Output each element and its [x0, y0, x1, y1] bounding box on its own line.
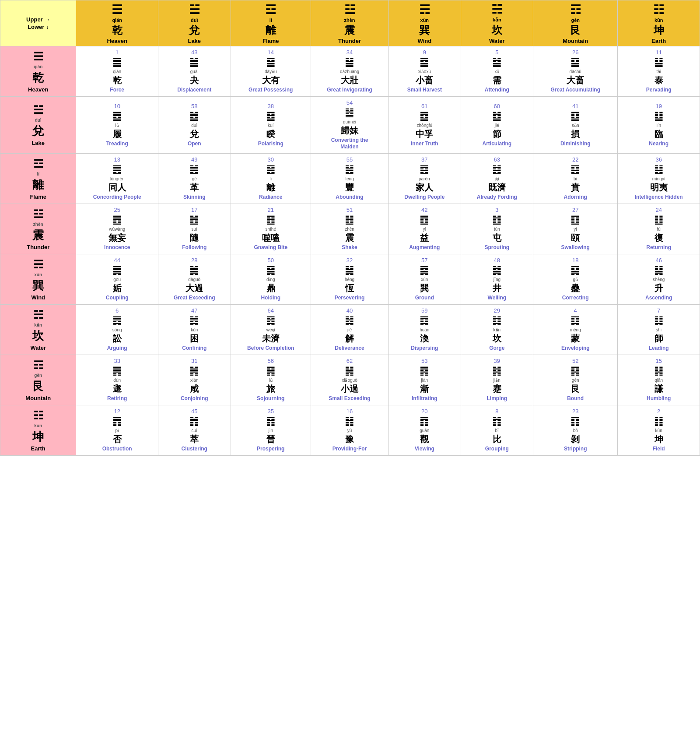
cell-0-3[interactable]: 34 ䷡ dàzhuàng 大壯 Great Invigorating: [311, 46, 388, 97]
cell-1-4[interactable]: 61 ䷼ zhōngfú 中孚 Inner Truth: [388, 97, 461, 154]
cell-2-5[interactable]: 63 ䷾ jìjì 既濟 Already Fording: [461, 153, 533, 204]
cell-3-4[interactable]: 42 ䷩ yì 益 Augmenting: [388, 204, 461, 254]
cell-3-3[interactable]: 51 ䷲ zhèn 震 Shake: [311, 204, 388, 254]
cell-5-1[interactable]: 47 ䷮ kùn 困 Confining: [158, 304, 231, 355]
cell-5-7[interactable]: 7 ䷆ shī 師 Leading: [618, 304, 700, 355]
cell-0-1[interactable]: 43 ䷪ guài 夬 Displacement: [158, 46, 231, 97]
col-char-thunder: 震: [344, 23, 355, 37]
cell-0-6[interactable]: 26 ䷙ dàchù 大畜 Great Accumulating: [533, 46, 618, 97]
col-symbol-mountain: ☶: [570, 3, 581, 17]
cell-4-1[interactable]: 28 ䷛ dàguò 大過 Great Exceeding: [158, 254, 231, 304]
cell-hexagram-4-3: ䷟: [345, 264, 354, 277]
cell-7-0[interactable]: 12 ䷋ pǐ 否 Obstruction: [76, 405, 158, 455]
cell-1-1[interactable]: 58 ䷹ duì 兌 Open: [158, 97, 231, 154]
cell-0-7[interactable]: 11 ䷊ tài 泰 Pervading: [618, 46, 700, 97]
cell-3-5[interactable]: 3 ䷂ tún 屯 Sprouting: [461, 204, 533, 254]
cell-name-7-2: Prospering: [257, 446, 284, 453]
cell-1-0[interactable]: 10 ䷉ lǚ 履 Treading: [76, 97, 158, 154]
cell-6-4[interactable]: 53 ䷴ jiàn 漸 Infiltrating: [388, 355, 461, 405]
cell-4-2[interactable]: 50 ䷱ dǐng 鼎 Holding: [231, 254, 311, 304]
cell-4-6[interactable]: 18 ䷑ gǔ 蠱 Correcting: [533, 254, 618, 304]
row-name-flame: Flame: [30, 193, 46, 200]
cell-1-6[interactable]: 41 ䷨ sǔn 損 Diminishing: [533, 97, 618, 154]
cell-3-2[interactable]: 21 ䷔ shìhé 噬嗑 Gnawing Bite: [231, 204, 311, 254]
cell-6-0[interactable]: 33 ䷠ dùn 遯 Retiring: [76, 355, 158, 405]
lower-arrow-label: Lower ↓: [28, 24, 49, 30]
cell-number-6-0: 33: [114, 358, 120, 364]
cell-char-5-5: 坎: [493, 333, 501, 345]
row-name-thunder: Thunder: [27, 244, 49, 250]
cell-5-4[interactable]: 59 ䷺ huàn 渙 Dispersing: [388, 304, 461, 355]
cell-number-6-2: 56: [268, 358, 274, 364]
cell-6-3[interactable]: 62 ䷽ xiǎoguò 小過 Small Exceeding: [311, 355, 388, 405]
cell-4-4[interactable]: 57 ䷸ xùn 巽 Ground: [388, 254, 461, 304]
cell-number-3-0: 25: [114, 207, 120, 213]
cell-2-7[interactable]: 36 ䷣ míngyí 明夷 Intelligence Hidden: [618, 153, 700, 204]
cell-3-6[interactable]: 27 ䷚ yí 頤 Swallowing: [533, 204, 618, 254]
cell-7-2[interactable]: 35 ䷢ jìn 晉 Prospering: [231, 405, 311, 455]
col-pinyin-mountain: gèn: [571, 18, 580, 23]
cell-number-6-6: 52: [572, 358, 578, 364]
cell-6-1[interactable]: 31 ䷞ xián 咸 Conjoining: [158, 355, 231, 405]
cell-6-6[interactable]: 52 ䷳ gèn 艮 Bound: [533, 355, 618, 405]
cell-2-1[interactable]: 49 ䷰ gé 革 Skinning: [158, 153, 231, 204]
col-symbol-lake: ☱: [189, 3, 200, 17]
cell-2-3[interactable]: 55 ䷶ fēng 豐 Abounding: [311, 153, 388, 204]
cell-6-7[interactable]: 15 ䷎ qiān 謙 Humbling: [618, 355, 700, 405]
cell-hexagram-2-5: ䷾: [492, 163, 502, 176]
cell-7-6[interactable]: 23 ䷖ bō 剝 Stripping: [533, 405, 618, 455]
row-header-water: ☵ kǎn 坎 Water: [0, 304, 76, 355]
cell-0-2[interactable]: 14 ䷍ dàyǒu 大有 Great Possessing: [231, 46, 311, 97]
cell-6-2[interactable]: 56 ䷷ lǚ 旅 Sojourning: [231, 355, 311, 405]
col-symbol-earth: ☷: [653, 3, 664, 17]
cell-1-3[interactable]: 54 ䷵ guīmèi 歸妹 Converting theMaiden: [311, 97, 388, 154]
cell-2-0[interactable]: 13 ䷌ tóngrén 同人 Concording People: [76, 153, 158, 204]
cell-pinyin-4-4: xùn: [421, 277, 428, 282]
cell-char-0-5: 需: [493, 74, 501, 86]
cell-3-0[interactable]: 25 ䷘ wúwàng 無妄 Innocence: [76, 204, 158, 254]
cell-hexagram-6-5: ䷦: [492, 365, 502, 377]
cell-7-7[interactable]: 2 ䷁ kūn 坤 Field: [618, 405, 700, 455]
cell-7-3[interactable]: 16 ䷏ yù 豫 Providing-For: [311, 405, 388, 455]
cell-pinyin-7-4: guān: [420, 428, 429, 433]
cell-char-1-3: 歸妹: [341, 125, 358, 137]
cell-hexagram-3-0: ䷘: [112, 214, 122, 226]
col-char-heaven: 乾: [112, 23, 122, 37]
cell-4-0[interactable]: 44 ䷫ gòu 姤 Coupling: [76, 254, 158, 304]
cell-name-0-5: Attending: [485, 87, 509, 94]
cell-4-7[interactable]: 46 ䷭ shēng 升 Ascending: [618, 254, 700, 304]
cell-5-6[interactable]: 4 ䷃ méng 蒙 Enveloping: [533, 304, 618, 355]
cell-char-3-7: 復: [654, 232, 663, 244]
cell-2-4[interactable]: 37 ䷤ jiārén 家人 Dwelling People: [388, 153, 461, 204]
cell-3-1[interactable]: 17 ䷐ suí 隨 Following: [158, 204, 231, 254]
cell-5-2[interactable]: 64 ䷿ wèijì 未濟 Before Completion: [231, 304, 311, 355]
cell-7-4[interactable]: 20 ䷓ guān 觀 Viewing: [388, 405, 461, 455]
cell-3-7[interactable]: 24 ䷗ fù 復 Returning: [618, 204, 700, 254]
cell-2-2[interactable]: 30 ䷝ lí 離 Radiance: [231, 153, 311, 204]
cell-pinyin-6-3: xiǎoguò: [342, 378, 357, 383]
row-header-mountain: ☶ gèn 艮 Mountain: [0, 355, 76, 405]
cell-4-3[interactable]: 32 ䷟ héng 恆 Persevering: [311, 254, 388, 304]
cell-5-5[interactable]: 29 ䷜ kǎn 坎 Gorge: [461, 304, 533, 355]
cell-7-5[interactable]: 8 ䷇ bǐ 比 Grouping: [461, 405, 533, 455]
cell-hexagram-7-2: ䷢: [266, 415, 276, 428]
cell-char-1-7: 臨: [654, 128, 663, 140]
cell-7-1[interactable]: 45 ䷬ cuì 萃 Clustering: [158, 405, 231, 455]
cell-6-5[interactable]: 39 ䷦ jiǎn 蹇 Limping: [461, 355, 533, 405]
cell-0-0[interactable]: 1 ䷀ qián 乾 Force: [76, 46, 158, 97]
cell-number-0-5: 5: [495, 49, 498, 56]
cell-4-5[interactable]: 48 ䷯ jǐng 井 Welling: [461, 254, 533, 304]
cell-5-0[interactable]: 6 ䷅ sòng 訟 Arguing: [76, 304, 158, 355]
cell-1-2[interactable]: 38 ䷥ kuí 睽 Polarising: [231, 97, 311, 154]
row-pinyin-wind: xùn: [34, 272, 42, 277]
cell-hexagram-0-0: ䷀: [112, 56, 122, 69]
col-symbol-heaven: ☰: [112, 3, 122, 17]
cell-0-4[interactable]: 9 ䷈ xiǎoxù 小畜 Small Harvest: [388, 46, 461, 97]
cell-0-5[interactable]: 5 ䷄ xū 需 Attending: [461, 46, 533, 97]
cell-1-5[interactable]: 60 ䷻ jié 節 Articulating: [461, 97, 533, 154]
cell-pinyin-0-0: qián: [113, 69, 121, 74]
cell-5-3[interactable]: 40 ䷧ jiě 解 Deliverance: [311, 304, 388, 355]
cell-name-4-1: Great Exceeding: [174, 295, 215, 302]
cell-2-6[interactable]: 22 ䷕ bì 賁 Adorning: [533, 153, 618, 204]
cell-1-7[interactable]: 19 ䷒ lín 臨 Nearing: [618, 97, 700, 154]
